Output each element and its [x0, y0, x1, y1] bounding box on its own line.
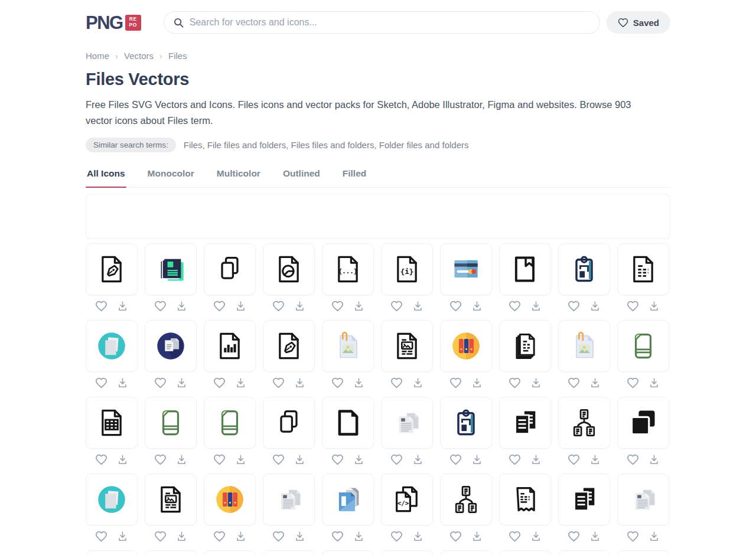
download-button[interactable] [294, 454, 305, 465]
favorite-button[interactable] [568, 454, 580, 465]
download-button[interactable] [353, 454, 364, 465]
icon-card-partial[interactable] [617, 550, 669, 555]
favorite-button[interactable] [509, 301, 521, 312]
icon-card-docs-gray-flat[interactable] [381, 397, 433, 449]
search-input[interactable] [190, 17, 590, 28]
icon-card-file-article[interactable] [381, 320, 433, 372]
icon-card-folder-blue[interactable] [322, 474, 374, 525]
icon-card-docs-gray-flat[interactable] [617, 474, 669, 525]
favorite-button[interactable] [95, 377, 107, 389]
icon-card-credit-card[interactable] [440, 243, 492, 295]
download-button[interactable] [412, 377, 423, 389]
download-button[interactable] [649, 454, 660, 465]
icon-card-partial[interactable] [86, 550, 138, 555]
download-button[interactable] [117, 531, 128, 542]
icon-card-image-file-clip[interactable] [558, 320, 610, 372]
favorite-button[interactable] [331, 531, 344, 542]
icon-card-files-green-stack[interactable] [204, 397, 256, 449]
favorite-button[interactable] [154, 454, 167, 465]
tab-filled[interactable]: Filled [341, 168, 367, 187]
icon-card-partial[interactable] [558, 550, 610, 555]
icon-card-file-pie[interactable] [263, 243, 315, 295]
icon-card-partial[interactable] [381, 550, 433, 555]
download-button[interactable] [235, 301, 246, 312]
favorite-button[interactable] [568, 377, 580, 389]
favorite-button[interactable] [390, 531, 403, 542]
tab-outlined[interactable]: Outlined [282, 168, 321, 187]
download-button[interactable] [235, 377, 246, 389]
icon-card-file-info-braces[interactable]: {i} [381, 243, 433, 295]
icon-card-files-green-stack[interactable] [145, 397, 197, 449]
favorite-button[interactable] [390, 377, 403, 389]
icon-card-file-code-copy[interactable]: </> [381, 474, 433, 525]
favorite-button[interactable] [509, 454, 521, 465]
favorite-button[interactable] [449, 531, 462, 542]
favorite-button[interactable] [272, 377, 285, 389]
icon-card-binders-yellow-circle[interactable] [204, 474, 256, 525]
download-button[interactable] [589, 531, 601, 542]
download-button[interactable] [530, 531, 542, 542]
breadcrumb-item-vectors[interactable]: Vectors [124, 51, 154, 61]
download-button[interactable] [235, 454, 246, 465]
download-button[interactable] [649, 531, 660, 542]
download-button[interactable] [412, 301, 423, 312]
saved-button[interactable]: Saved [607, 11, 670, 34]
breadcrumb-item-home[interactable]: Home [86, 51, 109, 61]
icon-card-docs-stack-teal[interactable] [145, 243, 197, 295]
breadcrumb-item-files[interactable]: Files [168, 51, 187, 61]
download-button[interactable] [176, 531, 187, 542]
favorite-button[interactable] [213, 531, 226, 542]
icon-card-docs-navy-circle[interactable] [145, 320, 197, 372]
download-button[interactable] [117, 377, 128, 389]
icon-card-copy-pages[interactable] [263, 397, 315, 449]
favorite-button[interactable] [272, 531, 285, 542]
download-button[interactable] [649, 377, 660, 389]
favorite-button[interactable] [627, 301, 639, 312]
download-button[interactable] [294, 377, 305, 389]
favorite-button[interactable] [331, 377, 344, 389]
download-button[interactable] [353, 531, 364, 542]
icon-card-partial[interactable] [145, 550, 197, 555]
favorite-button[interactable] [509, 377, 521, 389]
favorite-button[interactable] [154, 377, 167, 389]
icon-card-docs-gray-flat[interactable] [263, 474, 315, 525]
favorite-button[interactable] [95, 301, 107, 312]
favorite-button[interactable] [331, 301, 344, 312]
icon-card-file-spreadsheet[interactable] [86, 397, 138, 449]
download-button[interactable] [471, 531, 483, 542]
download-button[interactable] [412, 454, 423, 465]
icon-card-files-hierarchy[interactable] [440, 474, 492, 525]
favorite-button[interactable] [509, 531, 521, 542]
download-button[interactable] [176, 301, 187, 312]
icon-card-image-file-clip[interactable] [322, 320, 374, 372]
download-button[interactable] [235, 531, 246, 542]
download-button[interactable] [176, 377, 187, 389]
icon-card-docs-stacked-text[interactable] [499, 320, 551, 372]
favorite-button[interactable] [154, 301, 167, 312]
icon-card-files-green-stack[interactable] [617, 320, 669, 372]
tab-monocolor[interactable]: Monocolor [146, 168, 195, 187]
favorite-button[interactable] [213, 301, 226, 312]
favorite-button[interactable] [449, 301, 462, 312]
favorite-button[interactable] [627, 531, 639, 542]
favorite-button[interactable] [154, 531, 167, 542]
icon-card-copy-pages[interactable] [204, 243, 256, 295]
favorite-button[interactable] [95, 531, 107, 542]
search-bar[interactable] [164, 11, 600, 34]
download-button[interactable] [117, 301, 128, 312]
download-button[interactable] [117, 454, 128, 465]
favorite-button[interactable] [272, 454, 285, 465]
icon-card-files-hierarchy[interactable] [558, 397, 610, 449]
icon-card-clipboard-navy[interactable] [558, 243, 610, 295]
icon-card-file-article[interactable] [145, 474, 197, 525]
icon-card-file-chart[interactable] [204, 320, 256, 372]
favorite-button[interactable] [568, 531, 580, 542]
tab-all-icons[interactable]: All Icons [86, 168, 126, 187]
icon-card-file-code-braces[interactable]: {...} [322, 243, 374, 295]
icon-card-clipboard-navy[interactable] [440, 397, 492, 449]
icon-card-pages-teal-circle[interactable] [86, 320, 138, 372]
icon-card-book-bookmark[interactable] [499, 243, 551, 295]
favorite-button[interactable] [627, 377, 639, 389]
icon-card-partial[interactable] [322, 550, 374, 555]
icon-card-receipt[interactable] [499, 474, 551, 525]
